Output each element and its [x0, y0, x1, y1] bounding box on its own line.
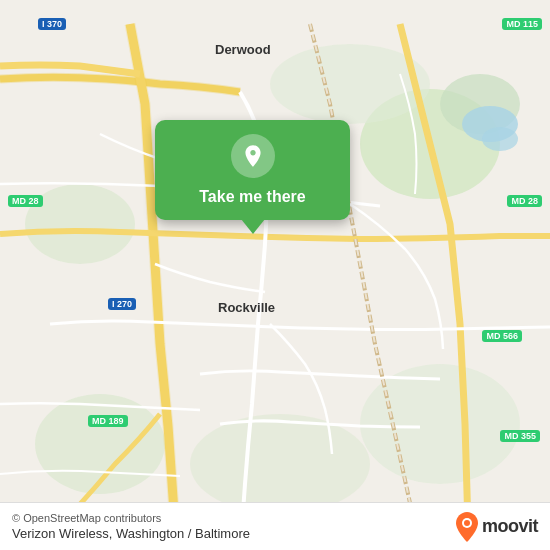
highway-badge-md355: MD 355: [500, 430, 540, 442]
highway-badge-md115: MD 115: [502, 18, 542, 30]
bottom-bar: © OpenStreetMap contributors Verizon Wir…: [0, 502, 550, 550]
location-pin-icon: [231, 134, 275, 178]
svg-point-8: [482, 127, 518, 151]
moovit-pin-icon: [456, 512, 478, 542]
copyright-text: © OpenStreetMap contributors: [12, 512, 250, 524]
svg-point-10: [464, 520, 470, 526]
highway-badge-md28-left: MD 28: [8, 195, 43, 207]
highway-badge-md566: MD 566: [482, 330, 522, 342]
popup-card[interactable]: Take me there: [155, 120, 350, 220]
city-label-rockville: Rockville: [218, 300, 275, 315]
pin-svg: [240, 143, 266, 169]
location-title: Verizon Wireless, Washington / Baltimore: [12, 526, 250, 541]
moovit-text: moovit: [482, 516, 538, 537]
take-me-there-label: Take me there: [199, 188, 305, 206]
highway-badge-md28-right: MD 28: [507, 195, 542, 207]
svg-point-6: [190, 414, 370, 514]
map-svg: [0, 0, 550, 550]
highway-badge-md189: MD 189: [88, 415, 128, 427]
moovit-logo: moovit: [456, 512, 538, 542]
highway-badge-i270: I 270: [108, 298, 136, 310]
bottom-left-section: © OpenStreetMap contributors Verizon Wir…: [12, 512, 250, 541]
map-container: I 370 MD 115 MD 28 MD 28 I 270 MD 566 MD…: [0, 0, 550, 550]
city-label-derwood: Derwood: [215, 42, 271, 57]
highway-badge-i370: I 370: [38, 18, 66, 30]
